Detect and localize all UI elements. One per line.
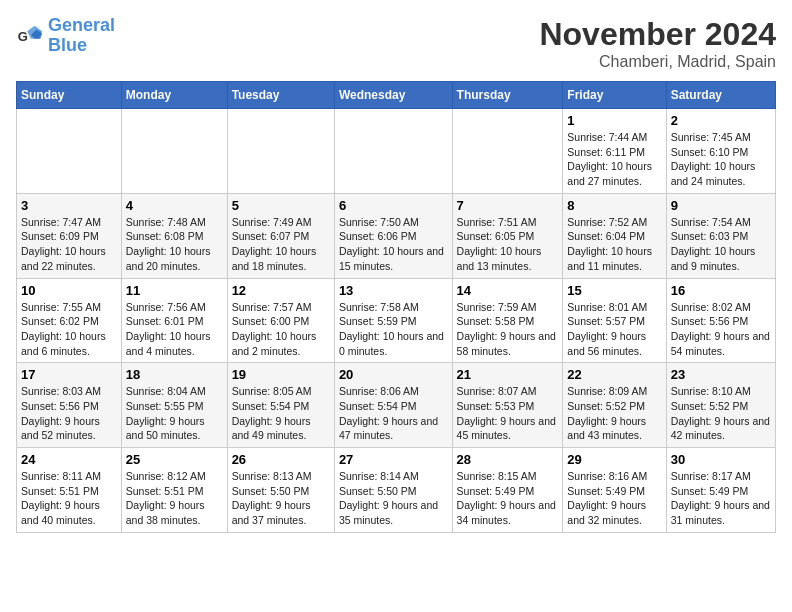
logo: G GeneralBlue [16, 16, 115, 56]
cell-info: Sunrise: 7:55 AM Sunset: 6:02 PM Dayligh… [21, 300, 117, 359]
calendar-cell: 14Sunrise: 7:59 AM Sunset: 5:58 PM Dayli… [452, 278, 563, 363]
calendar-cell [227, 109, 334, 194]
calendar-cell: 29Sunrise: 8:16 AM Sunset: 5:49 PM Dayli… [563, 448, 666, 533]
month-title: November 2024 [539, 16, 776, 53]
day-number: 26 [232, 452, 330, 467]
day-header-thursday: Thursday [452, 82, 563, 109]
calendar-week-4: 17Sunrise: 8:03 AM Sunset: 5:56 PM Dayli… [17, 363, 776, 448]
cell-info: Sunrise: 7:58 AM Sunset: 5:59 PM Dayligh… [339, 300, 448, 359]
cell-info: Sunrise: 8:04 AM Sunset: 5:55 PM Dayligh… [126, 384, 223, 443]
calendar-cell [121, 109, 227, 194]
cell-info: Sunrise: 8:06 AM Sunset: 5:54 PM Dayligh… [339, 384, 448, 443]
calendar-cell: 7Sunrise: 7:51 AM Sunset: 6:05 PM Daylig… [452, 193, 563, 278]
calendar-cell [17, 109, 122, 194]
day-number: 9 [671, 198, 771, 213]
day-number: 29 [567, 452, 661, 467]
cell-info: Sunrise: 8:02 AM Sunset: 5:56 PM Dayligh… [671, 300, 771, 359]
day-number: 13 [339, 283, 448, 298]
calendar-cell: 4Sunrise: 7:48 AM Sunset: 6:08 PM Daylig… [121, 193, 227, 278]
calendar-cell: 15Sunrise: 8:01 AM Sunset: 5:57 PM Dayli… [563, 278, 666, 363]
location: Chamberi, Madrid, Spain [539, 53, 776, 71]
calendar-cell: 28Sunrise: 8:15 AM Sunset: 5:49 PM Dayli… [452, 448, 563, 533]
cell-info: Sunrise: 8:14 AM Sunset: 5:50 PM Dayligh… [339, 469, 448, 528]
calendar-cell: 10Sunrise: 7:55 AM Sunset: 6:02 PM Dayli… [17, 278, 122, 363]
calendar-cell: 26Sunrise: 8:13 AM Sunset: 5:50 PM Dayli… [227, 448, 334, 533]
cell-info: Sunrise: 7:49 AM Sunset: 6:07 PM Dayligh… [232, 215, 330, 274]
calendar-cell: 23Sunrise: 8:10 AM Sunset: 5:52 PM Dayli… [666, 363, 775, 448]
cell-info: Sunrise: 7:52 AM Sunset: 6:04 PM Dayligh… [567, 215, 661, 274]
day-number: 17 [21, 367, 117, 382]
cell-info: Sunrise: 8:15 AM Sunset: 5:49 PM Dayligh… [457, 469, 559, 528]
calendar-cell: 1Sunrise: 7:44 AM Sunset: 6:11 PM Daylig… [563, 109, 666, 194]
day-number: 20 [339, 367, 448, 382]
calendar-cell: 11Sunrise: 7:56 AM Sunset: 6:01 PM Dayli… [121, 278, 227, 363]
cell-info: Sunrise: 8:11 AM Sunset: 5:51 PM Dayligh… [21, 469, 117, 528]
day-header-monday: Monday [121, 82, 227, 109]
cell-info: Sunrise: 7:54 AM Sunset: 6:03 PM Dayligh… [671, 215, 771, 274]
cell-info: Sunrise: 7:56 AM Sunset: 6:01 PM Dayligh… [126, 300, 223, 359]
cell-info: Sunrise: 7:57 AM Sunset: 6:00 PM Dayligh… [232, 300, 330, 359]
logo-icon: G [16, 22, 44, 50]
cell-info: Sunrise: 8:03 AM Sunset: 5:56 PM Dayligh… [21, 384, 117, 443]
day-number: 14 [457, 283, 559, 298]
header: G GeneralBlue November 2024 Chamberi, Ma… [16, 16, 776, 71]
day-header-friday: Friday [563, 82, 666, 109]
day-number: 12 [232, 283, 330, 298]
calendar-cell [334, 109, 452, 194]
cell-info: Sunrise: 8:12 AM Sunset: 5:51 PM Dayligh… [126, 469, 223, 528]
calendar-cell: 13Sunrise: 7:58 AM Sunset: 5:59 PM Dayli… [334, 278, 452, 363]
calendar-week-2: 3Sunrise: 7:47 AM Sunset: 6:09 PM Daylig… [17, 193, 776, 278]
day-number: 30 [671, 452, 771, 467]
calendar-cell: 20Sunrise: 8:06 AM Sunset: 5:54 PM Dayli… [334, 363, 452, 448]
calendar-week-1: 1Sunrise: 7:44 AM Sunset: 6:11 PM Daylig… [17, 109, 776, 194]
cell-info: Sunrise: 8:09 AM Sunset: 5:52 PM Dayligh… [567, 384, 661, 443]
cell-info: Sunrise: 8:05 AM Sunset: 5:54 PM Dayligh… [232, 384, 330, 443]
day-number: 19 [232, 367, 330, 382]
day-number: 10 [21, 283, 117, 298]
calendar-cell: 12Sunrise: 7:57 AM Sunset: 6:00 PM Dayli… [227, 278, 334, 363]
cell-info: Sunrise: 7:47 AM Sunset: 6:09 PM Dayligh… [21, 215, 117, 274]
calendar-cell: 2Sunrise: 7:45 AM Sunset: 6:10 PM Daylig… [666, 109, 775, 194]
day-number: 28 [457, 452, 559, 467]
cell-info: Sunrise: 7:45 AM Sunset: 6:10 PM Dayligh… [671, 130, 771, 189]
day-number: 27 [339, 452, 448, 467]
title-area: November 2024 Chamberi, Madrid, Spain [539, 16, 776, 71]
day-header-wednesday: Wednesday [334, 82, 452, 109]
svg-text:G: G [18, 28, 28, 43]
calendar-body: 1Sunrise: 7:44 AM Sunset: 6:11 PM Daylig… [17, 109, 776, 533]
logo-name: GeneralBlue [48, 16, 115, 56]
day-number: 25 [126, 452, 223, 467]
cell-info: Sunrise: 7:48 AM Sunset: 6:08 PM Dayligh… [126, 215, 223, 274]
day-header-saturday: Saturday [666, 82, 775, 109]
cell-info: Sunrise: 8:07 AM Sunset: 5:53 PM Dayligh… [457, 384, 559, 443]
day-number: 21 [457, 367, 559, 382]
day-number: 11 [126, 283, 223, 298]
cell-info: Sunrise: 8:17 AM Sunset: 5:49 PM Dayligh… [671, 469, 771, 528]
calendar-header-row: SundayMondayTuesdayWednesdayThursdayFrid… [17, 82, 776, 109]
day-number: 3 [21, 198, 117, 213]
day-number: 7 [457, 198, 559, 213]
calendar-cell: 21Sunrise: 8:07 AM Sunset: 5:53 PM Dayli… [452, 363, 563, 448]
day-number: 23 [671, 367, 771, 382]
calendar-cell: 16Sunrise: 8:02 AM Sunset: 5:56 PM Dayli… [666, 278, 775, 363]
cell-info: Sunrise: 8:16 AM Sunset: 5:49 PM Dayligh… [567, 469, 661, 528]
calendar-cell: 3Sunrise: 7:47 AM Sunset: 6:09 PM Daylig… [17, 193, 122, 278]
day-number: 22 [567, 367, 661, 382]
cell-info: Sunrise: 8:01 AM Sunset: 5:57 PM Dayligh… [567, 300, 661, 359]
day-header-tuesday: Tuesday [227, 82, 334, 109]
calendar-cell: 18Sunrise: 8:04 AM Sunset: 5:55 PM Dayli… [121, 363, 227, 448]
calendar-cell: 17Sunrise: 8:03 AM Sunset: 5:56 PM Dayli… [17, 363, 122, 448]
cell-info: Sunrise: 7:59 AM Sunset: 5:58 PM Dayligh… [457, 300, 559, 359]
calendar-cell: 9Sunrise: 7:54 AM Sunset: 6:03 PM Daylig… [666, 193, 775, 278]
calendar-cell: 8Sunrise: 7:52 AM Sunset: 6:04 PM Daylig… [563, 193, 666, 278]
calendar-cell [452, 109, 563, 194]
calendar-cell: 5Sunrise: 7:49 AM Sunset: 6:07 PM Daylig… [227, 193, 334, 278]
day-number: 16 [671, 283, 771, 298]
cell-info: Sunrise: 8:13 AM Sunset: 5:50 PM Dayligh… [232, 469, 330, 528]
day-number: 18 [126, 367, 223, 382]
calendar-cell: 25Sunrise: 8:12 AM Sunset: 5:51 PM Dayli… [121, 448, 227, 533]
cell-info: Sunrise: 7:51 AM Sunset: 6:05 PM Dayligh… [457, 215, 559, 274]
day-number: 8 [567, 198, 661, 213]
calendar-week-3: 10Sunrise: 7:55 AM Sunset: 6:02 PM Dayli… [17, 278, 776, 363]
calendar-cell: 27Sunrise: 8:14 AM Sunset: 5:50 PM Dayli… [334, 448, 452, 533]
